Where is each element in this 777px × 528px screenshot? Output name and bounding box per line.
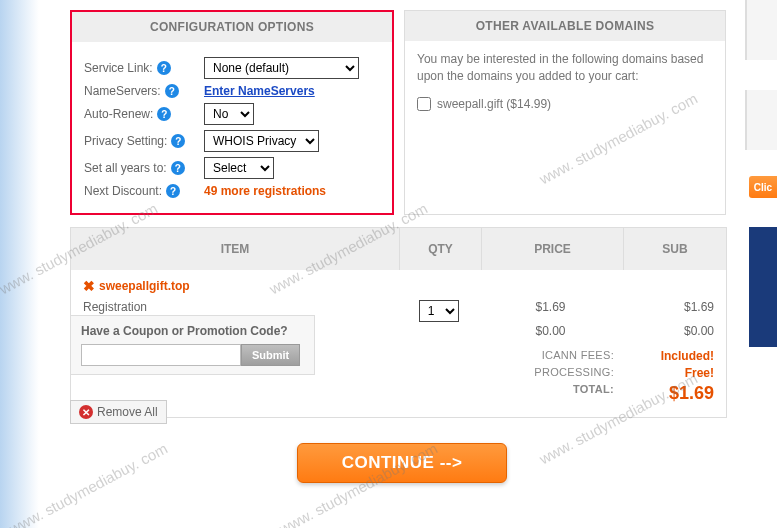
remove-domain-icon[interactable]: ✖	[83, 278, 95, 294]
coupon-submit-button[interactable]: Submit	[241, 344, 300, 366]
privacy-label: Privacy Setting:	[84, 134, 167, 148]
help-icon[interactable]: ?	[171, 161, 185, 175]
side-click-button[interactable]: Clic	[749, 176, 777, 198]
enter-nameservers-link[interactable]: Enter NameServers	[204, 84, 315, 98]
icann-label: ICANN FEES:	[484, 349, 614, 363]
total-value: $1.69	[614, 383, 714, 404]
qty-select[interactable]: 1	[419, 300, 459, 322]
privacy-select[interactable]: WHOIS Privacy	[204, 130, 319, 152]
other-description: You may be interested in the following d…	[417, 51, 713, 85]
side-widget-2	[745, 90, 777, 150]
help-icon[interactable]: ?	[165, 84, 179, 98]
nameservers-label: NameServers:	[84, 84, 161, 98]
other-header: OTHER AVAILABLE DOMAINS	[405, 11, 725, 41]
service-link-select[interactable]: None (default)	[204, 57, 359, 79]
col-item: ITEM	[71, 228, 399, 270]
side-widget-1	[745, 0, 777, 60]
config-header: CONFIGURATION OPTIONS	[72, 12, 392, 42]
col-sub: SUB	[623, 228, 726, 270]
other-domains-panel: OTHER AVAILABLE DOMAINS You may be inter…	[404, 10, 726, 215]
coupon-input[interactable]	[81, 344, 241, 366]
cart-domain: sweepallgift.top	[99, 279, 190, 293]
watermark: www. studymediabuy. com	[6, 440, 170, 528]
close-icon: ✕	[79, 405, 93, 419]
coupon-title: Have a Coupon or Promotion Code?	[81, 324, 304, 338]
processing-value: Free!	[614, 366, 714, 380]
years-label: Set all years to:	[84, 161, 167, 175]
reg-price: $1.69	[480, 300, 622, 322]
auto-renew-select[interactable]: No	[204, 103, 254, 125]
total-label: TOTAL:	[484, 383, 614, 404]
help-icon[interactable]: ?	[157, 61, 171, 75]
configuration-options-panel: CONFIGURATION OPTIONS Service Link:? Non…	[70, 10, 394, 215]
continue-button[interactable]: CONTINUE -->	[297, 443, 507, 483]
processing-label: PROCESSING:	[484, 366, 614, 380]
whois-price: $0.00	[480, 324, 622, 338]
whois-sub: $0.00	[621, 324, 714, 338]
help-icon[interactable]: ?	[157, 107, 171, 121]
side-blue-panel	[749, 227, 777, 347]
remove-all-button[interactable]: ✕ Remove All	[70, 400, 167, 424]
help-icon[interactable]: ?	[171, 134, 185, 148]
coupon-box: Have a Coupon or Promotion Code? Submit	[70, 315, 315, 375]
discount-label: Next Discount:	[84, 184, 162, 198]
auto-renew-label: Auto-Renew:	[84, 107, 153, 121]
reg-sub: $1.69	[621, 300, 714, 322]
help-icon[interactable]: ?	[166, 184, 180, 198]
suggested-domain-label: sweepall.gift ($14.99)	[437, 97, 551, 111]
service-link-label: Service Link:	[84, 61, 153, 75]
icann-value: Included!	[614, 349, 714, 363]
discount-text: 49 more registrations	[204, 184, 326, 198]
years-select[interactable]: Select	[204, 157, 274, 179]
col-price: PRICE	[481, 228, 623, 270]
col-qty: QTY	[399, 228, 481, 270]
suggested-domain-checkbox[interactable]	[417, 97, 431, 111]
